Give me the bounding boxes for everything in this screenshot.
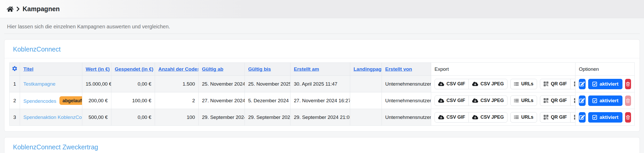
aktiviert-toggle-button[interactable]: aktiviert [588, 112, 622, 123]
wert-value: 15.000,00 € [82, 76, 111, 92]
export-csv-gif-button[interactable]: CSV GIF [435, 95, 469, 106]
breadcrumb-page-title: Kampagnen [23, 5, 60, 13]
status-badge: abgelaufen [59, 96, 82, 105]
anzahl-codes-value: 2 [155, 92, 199, 109]
topbar: Kampagnen [0, 0, 644, 18]
export-urls-button[interactable]: URLs [510, 112, 537, 123]
option-buttons: aktiviert [579, 112, 631, 123]
landingpage-value [350, 76, 382, 92]
landingpage-value [350, 109, 382, 126]
page-description: Hier lassen sich die einzelnen Kampagnen… [7, 24, 637, 30]
export-qr-gif-button[interactable]: QR GIF [540, 112, 571, 123]
wert-value: 500,00 € [82, 109, 111, 126]
trash-icon [625, 81, 631, 87]
gear-icon[interactable] [12, 67, 18, 73]
column-settings-header[interactable] [10, 63, 20, 76]
option-buttons: aktiviert [579, 95, 631, 106]
export-qr-gif-button[interactable]: QR GIF [540, 95, 571, 106]
row-number: 1 [10, 76, 20, 92]
delete-button[interactable] [625, 112, 631, 123]
export-qr-jpeg-button[interactable]: QR JPEG [570, 95, 575, 106]
export-csv-jpeg-button[interactable]: CSV JPEG [469, 112, 507, 123]
export-qr-jpeg-button[interactable]: QR JPEG [570, 112, 575, 123]
list-icon [514, 115, 519, 120]
column-header-gueltig-bis[interactable]: Gültig bis [248, 66, 271, 72]
column-header-gueltig-ab[interactable]: Gültig ab [202, 66, 223, 72]
qr-code-icon [544, 115, 548, 120]
qr-code-icon [574, 98, 575, 103]
erstellt-am-value: 29. September 2024 21:05 [290, 109, 350, 126]
second-group-card: KoblenzConnect Zweckertrag [4, 137, 640, 153]
export-buttons: CSV GIF CSV JPEG URLs QR GIF QR JPEG [435, 79, 572, 89]
trash-icon [625, 98, 631, 103]
edit-button[interactable] [579, 95, 586, 106]
export-urls-button[interactable]: URLs [510, 95, 537, 106]
column-header-landingpage[interactable]: Landingpage [354, 66, 382, 72]
campaign-link[interactable]: Testkampagne [23, 81, 56, 87]
landingpage-value [350, 92, 382, 109]
erstellt-von-value: Unternehmensnutzer [382, 109, 431, 126]
option-buttons: aktiviert [579, 79, 631, 89]
qr-code-icon [544, 81, 548, 86]
delete-button-disabled [625, 95, 631, 106]
second-group-title-link[interactable]: KoblenzConnect Zweckertrag [13, 143, 98, 151]
second-group-header: KoblenzConnect Zweckertrag [4, 137, 640, 153]
export-csv-jpeg-button[interactable]: CSV JPEG [469, 79, 507, 89]
gespendet-value: 0,00 € [111, 76, 155, 92]
check-square-icon [592, 115, 597, 120]
row-number: 2 [10, 92, 20, 109]
check-square-icon [592, 81, 597, 87]
qr-code-icon [574, 81, 575, 86]
home-icon[interactable] [7, 6, 13, 12]
column-header-gespendet[interactable]: Gespendet (in €) [115, 66, 153, 72]
table-row: 3 Spendenaktion KoblenzConnect 500,00 € … [10, 109, 635, 126]
erstellt-von-value: Unternehmensnutzer [382, 76, 431, 92]
export-csv-gif-button[interactable]: CSV GIF [435, 79, 469, 89]
gespendet-value: 100,00 € [111, 92, 155, 109]
gespendet-value: 0,00 € [111, 109, 155, 126]
qr-code-icon [574, 115, 575, 120]
column-header-titel[interactable]: Titel [23, 66, 33, 72]
gueltig-bis-value: 5. Dezember 2024 [245, 92, 290, 109]
column-header-optionen: Optionen [575, 63, 635, 76]
gueltig-bis-value: 25. November 2025 [245, 76, 290, 92]
export-urls-button[interactable]: URLs [510, 79, 537, 89]
gueltig-bis-value: 29. September 2025 [245, 109, 290, 126]
campaign-group-title-link[interactable]: KoblenzConnect [13, 46, 60, 53]
gueltig-ab-value: 29. September 2024 [199, 109, 245, 126]
export-csv-gif-button[interactable]: CSV GIF [435, 112, 469, 123]
delete-button[interactable] [625, 79, 631, 89]
column-header-wert[interactable]: Wert (in €) [86, 66, 110, 72]
qr-code-icon [544, 98, 548, 103]
export-qr-jpeg-button[interactable]: QR JPEG [570, 79, 575, 89]
campaign-link[interactable]: Spendenaktion KoblenzConnect [23, 114, 82, 120]
erstellt-am-value: 30. April 2025 11:47 [290, 76, 350, 92]
anzahl-codes-value: 100 [155, 109, 199, 126]
column-header-erstellt-von[interactable]: Erstellt von [385, 66, 412, 72]
edit-button[interactable] [579, 112, 586, 123]
cloud-download-icon [438, 98, 444, 103]
column-header-erstellt-am[interactable]: Erstellt am [294, 66, 319, 72]
edit-button[interactable] [579, 79, 586, 89]
table-row: 1 Testkampagne 15.000,00 € 0,00 € 1.500 … [10, 76, 635, 92]
pencil-square-icon [579, 81, 585, 87]
row-number: 3 [10, 109, 20, 126]
cloud-download-icon [472, 115, 478, 120]
pencil-square-icon [579, 98, 585, 103]
trash-icon [625, 115, 631, 120]
breadcrumb: Kampagnen [7, 5, 60, 13]
aktiviert-toggle-button[interactable]: aktiviert [588, 95, 622, 106]
campaign-group-header: KoblenzConnect [4, 40, 640, 58]
campaign-group-card: KoblenzConnect Titel Wert (in €) Gespend… [4, 39, 640, 132]
list-icon [514, 81, 519, 86]
export-qr-gif-button[interactable]: QR GIF [540, 79, 571, 89]
campaign-link[interactable]: Spendencodes [23, 98, 56, 104]
column-header-anzahl-codes[interactable]: Anzahl der Codes [158, 66, 199, 72]
table-row: 2 Spendencodesabgelaufen 200,00 € 100,00… [10, 92, 635, 109]
erstellt-am-value: 27. November 2024 16:27 [290, 92, 350, 109]
export-csv-jpeg-button[interactable]: CSV JPEG [469, 95, 507, 106]
aktiviert-toggle-button[interactable]: aktiviert [588, 79, 622, 89]
campaigns-table: Titel Wert (in €) Gespendet (in €) Anzah… [9, 62, 635, 126]
cloud-download-icon [438, 115, 444, 120]
divider [4, 34, 640, 34]
